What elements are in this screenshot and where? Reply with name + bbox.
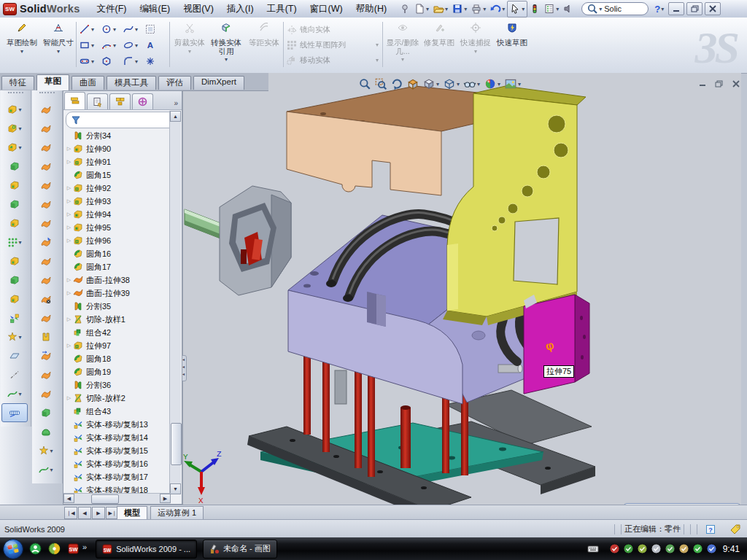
slot-caret-icon[interactable]: ▾ [91, 58, 94, 65]
fillet-caret-icon[interactable]: ▾ [18, 144, 21, 151]
expand-arrow-icon[interactable]: ▷ [65, 316, 73, 322]
configurationmanager-tab[interactable] [109, 93, 131, 109]
quick-tips-icon[interactable]: ? [705, 524, 716, 535]
sketch-picture-button[interactable] [144, 21, 166, 37]
sketch-button[interactable]: 草图绘制 ▾ [4, 20, 39, 69]
print-button[interactable]: ▾ [469, 1, 488, 17]
sound-button[interactable] [561, 1, 576, 17]
convert-entities-button[interactable]: 转换实体引用 ▾ [209, 20, 244, 69]
spline-button[interactable]: ▾ [123, 21, 144, 37]
help-caret-icon[interactable]: ▾ [661, 6, 664, 12]
sync-blocked-icon[interactable] [706, 543, 717, 554]
tree-item[interactable]: 实体-移动/复制16 [65, 457, 170, 470]
ellipse-button[interactable]: ▾ [123, 37, 144, 53]
menu-item-4[interactable]: 工具(T) [260, 1, 303, 18]
knit-surface-button[interactable] [32, 252, 60, 271]
reference-geometry-caret-icon[interactable]: ▾ [50, 448, 53, 454]
model-slider-block-magenta[interactable]: φ [524, 295, 589, 394]
ribbon-tab-4[interactable]: 评估 [158, 76, 191, 90]
flip-surface-button[interactable] [32, 119, 60, 138]
linear-pattern-caret-icon[interactable]: ▾ [18, 239, 21, 246]
minimize-button[interactable] [668, 2, 684, 15]
mid-surface-button[interactable] [32, 176, 60, 195]
tree-item[interactable]: 分割35 [65, 300, 170, 313]
tree-item[interactable]: ▷切除-放样2 [65, 392, 170, 405]
scroll-up-button[interactable]: ▲ [170, 111, 181, 122]
ribbon-tab-5[interactable]: DimXpert [193, 76, 244, 90]
funnel-surface-button[interactable] [32, 157, 60, 176]
expand-arrow-icon[interactable]: ▷ [65, 211, 73, 217]
axis-button[interactable] [1, 365, 28, 384]
quicklaunch-messenger-icon[interactable] [27, 541, 43, 557]
view-orientation-caret-icon[interactable]: ▾ [436, 81, 439, 88]
update-check-icon[interactable] [637, 543, 648, 554]
expand-arrow-icon[interactable]: ▷ [65, 395, 73, 401]
dome-button[interactable] [32, 422, 60, 441]
smart-dimension-caret-icon[interactable]: ▾ [57, 47, 60, 56]
model-canvas[interactable]: φ Y Z X [183, 76, 742, 505]
pin-button[interactable] [398, 1, 412, 17]
tooling-split-button[interactable] [32, 384, 60, 403]
quicklaunch-overflow[interactable]: » [82, 542, 87, 551]
taskbar-clock[interactable]: 9:41 [723, 544, 740, 554]
select-caret-icon[interactable]: ▾ [522, 6, 525, 12]
undo-caret-icon[interactable]: ▾ [502, 6, 505, 12]
rapid-sketch-button[interactable]: 快速草图 [495, 20, 530, 69]
point-button[interactable] [144, 53, 166, 69]
instant3d-button[interactable] [1, 403, 28, 422]
open-button[interactable]: ▾ [431, 1, 450, 17]
tree-item[interactable]: ▷拉伸96 [65, 234, 170, 247]
extruded-boss-caret-icon[interactable]: ▾ [18, 106, 21, 113]
security-shield-icon[interactable] [623, 543, 634, 554]
restore-button[interactable] [686, 2, 703, 15]
line-caret-icon[interactable]: ▾ [91, 26, 94, 33]
health-shield-icon[interactable] [692, 543, 703, 554]
ribbon-tab-1[interactable]: 草图 [36, 74, 69, 90]
panel-tabs-overflow[interactable]: » [170, 99, 182, 109]
menu-item-1[interactable]: 编辑(E) [133, 1, 177, 18]
new-document-button[interactable]: ▾ [412, 1, 431, 17]
toolbar-grip[interactable] [39, 92, 55, 98]
scroll-thumb[interactable] [91, 494, 119, 504]
scene-button[interactable]: ▾ [503, 77, 523, 91]
tree-item[interactable]: ▷拉伸94 [65, 208, 170, 221]
move-entities-button[interactable]: 移动实体 ▾ [286, 52, 379, 68]
print-caret-icon[interactable]: ▾ [483, 6, 486, 12]
tree-filter-box[interactable] [66, 112, 179, 128]
shell-button[interactable] [1, 195, 28, 214]
reference-geometry-button[interactable]: ▾ [32, 441, 60, 460]
model-core-insert-gray[interactable] [220, 186, 291, 295]
menu-item-0[interactable]: 文件(F) [90, 1, 133, 18]
search-input[interactable] [603, 4, 643, 14]
tree-item[interactable]: ▷拉伸90 [65, 142, 170, 155]
design-checker-caret-icon[interactable]: ▾ [556, 6, 559, 12]
view-orientation-button[interactable]: ▾ [421, 77, 441, 91]
linear-sketch-pattern-button[interactable]: 线性草图阵列 ▾ [286, 37, 379, 52]
planar-surface-button[interactable] [32, 214, 60, 233]
expand-arrow-icon[interactable]: ▷ [65, 238, 73, 244]
tree-item[interactable]: 圆角19 [65, 365, 170, 378]
input-method-icon[interactable] [587, 543, 599, 555]
design-checker-button[interactable]: ▾ [542, 1, 561, 17]
display-style-caret-icon[interactable]: ▾ [457, 81, 460, 88]
sketch-fillet-caret-icon[interactable]: ▾ [135, 58, 138, 65]
help-button[interactable]: ? ▾ [653, 1, 666, 17]
expand-arrow-icon[interactable]: ▷ [65, 225, 73, 230]
search-caret-icon[interactable]: ▾ [599, 6, 602, 12]
doc-restore-button[interactable] [712, 78, 726, 89]
tree-vertical-scrollbar[interactable]: ▲ ▼ [169, 111, 181, 494]
fillet-button[interactable]: ▾ [1, 138, 28, 157]
new-document-caret-icon[interactable]: ▾ [426, 6, 429, 12]
combine-button[interactable] [1, 289, 28, 308]
spline-caret-icon[interactable]: ▾ [135, 26, 138, 33]
zoom-fit-button[interactable] [357, 77, 373, 91]
volume-icon[interactable] [651, 543, 662, 554]
scroll-right-button[interactable]: ▶ [160, 494, 171, 503]
thicken-button[interactable] [32, 308, 60, 327]
tree-item[interactable]: 组合42 [65, 326, 170, 339]
tags-icon[interactable] [729, 524, 741, 535]
propertymanager-tab[interactable] [87, 93, 108, 109]
extend-surface-button[interactable] [32, 271, 60, 289]
tree-item[interactable]: ▷拉伸95 [65, 221, 170, 234]
spline-curve-caret-icon[interactable]: ▾ [18, 391, 21, 397]
